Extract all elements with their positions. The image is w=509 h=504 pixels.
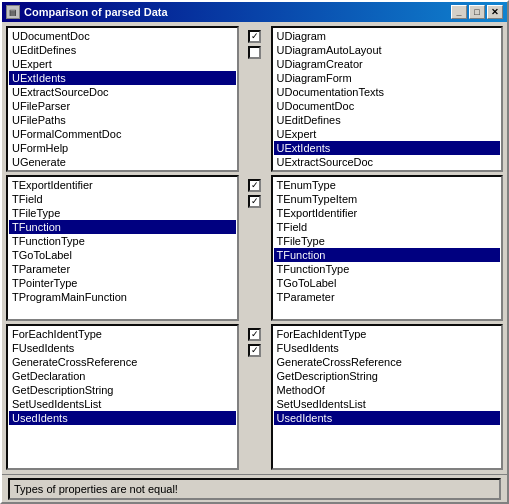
list-item[interactable]: TPointerType	[9, 276, 236, 290]
bottom-checkbox-2[interactable]	[248, 344, 261, 357]
middle-middle-col	[241, 175, 269, 321]
top-right-list[interactable]: UConditionalParserUCreateDiagramUDiagram…	[271, 26, 504, 172]
list-item[interactable]: TFileType	[9, 206, 236, 220]
list-item[interactable]: UFilePaths	[9, 113, 236, 127]
list-item[interactable]: TProgramMainFunction	[9, 290, 236, 304]
list-item[interactable]: UDiagram	[274, 29, 501, 43]
list-item[interactable]: TFunctionType	[9, 234, 236, 248]
title-bar: ▤ Comparison of parsed Data _ □ ✕	[2, 2, 507, 22]
top-checkbox-1-wrapper	[248, 30, 261, 43]
window-icon: ▤	[6, 5, 20, 19]
top-left-list[interactable]: UDocumentDocUEditDefinesUExpertUExtIdent…	[6, 26, 239, 172]
status-bar: Types of properties are not equal!	[2, 474, 507, 502]
list-item[interactable]: FUsedIdents	[274, 341, 501, 355]
list-item[interactable]: TEnumType	[274, 178, 501, 192]
bottom-right-list[interactable]: ForEachIdentTypeFUsedIdentsGenerateCross…	[271, 324, 504, 470]
list-item[interactable]: MethodOf	[274, 383, 501, 397]
middle-left-list[interactable]: TExportIdentifierTFieldTFileTypeTFunctio…	[6, 175, 239, 321]
list-item[interactable]: TParameter	[9, 262, 236, 276]
list-item[interactable]: TParameter	[274, 290, 501, 304]
list-item[interactable]: TField	[9, 192, 236, 206]
list-item[interactable]: TEnumTypeItem	[274, 192, 501, 206]
window-title: Comparison of parsed Data	[24, 6, 168, 18]
middle-checkbox-2-wrapper	[248, 195, 261, 208]
list-item[interactable]: UEditDefines	[9, 43, 236, 57]
maximize-button[interactable]: □	[469, 5, 485, 19]
content-area: UDocumentDocUEditDefinesUExpertUExtIdent…	[2, 22, 507, 474]
list-item[interactable]: UExpert	[9, 57, 236, 71]
bottom-section: ForEachIdentTypeFUsedIdentsGenerateCross…	[6, 324, 503, 470]
title-bar-left: ▤ Comparison of parsed Data	[6, 5, 168, 19]
list-item[interactable]: UGenerationMessages	[9, 169, 236, 172]
list-item[interactable]: UGenerate	[9, 155, 236, 169]
status-message: Types of properties are not equal!	[14, 483, 178, 495]
list-item[interactable]: UFormHelp	[9, 141, 236, 155]
middle-checkbox-1[interactable]	[248, 179, 261, 192]
list-item[interactable]: FUsedIdents	[9, 341, 236, 355]
minimize-button[interactable]: _	[451, 5, 467, 19]
list-item[interactable]: TFunctionType	[274, 262, 501, 276]
list-item[interactable]: GetDescriptionString	[9, 383, 236, 397]
list-item[interactable]: TFunction	[274, 248, 501, 262]
top-checkbox-2[interactable]	[248, 46, 261, 59]
bottom-checkbox-2-wrapper	[248, 344, 261, 357]
list-item[interactable]: UExtractSourceDoc	[9, 85, 236, 99]
list-item[interactable]: TField	[274, 220, 501, 234]
list-item[interactable]: UDiagramForm	[274, 71, 501, 85]
list-item[interactable]: TExportIdentifier	[9, 178, 236, 192]
list-item[interactable]: ForEachIdentType	[9, 327, 236, 341]
list-item[interactable]: UsedIdents	[274, 411, 501, 425]
middle-checkbox-1-wrapper	[248, 179, 261, 192]
list-item[interactable]: TFileType	[274, 234, 501, 248]
list-item[interactable]: SetUsedIdentsList	[274, 397, 501, 411]
bottom-left-list[interactable]: ForEachIdentTypeFUsedIdentsGenerateCross…	[6, 324, 239, 470]
list-item[interactable]: ForEachIdentType	[274, 327, 501, 341]
list-item[interactable]: UDocumentDoc	[274, 99, 501, 113]
top-middle-col	[241, 26, 269, 172]
middle-right-list[interactable]: TEnumTypeTEnumTypeItemTExportIdentifierT…	[271, 175, 504, 321]
middle-section: TExportIdentifierTFieldTFileTypeTFunctio…	[6, 175, 503, 321]
top-section: UDocumentDocUEditDefinesUExpertUExtIdent…	[6, 26, 503, 172]
list-item[interactable]: TGoToLabel	[274, 276, 501, 290]
bottom-checkbox-1-wrapper	[248, 328, 261, 341]
list-item[interactable]: TGoToLabel	[9, 248, 236, 262]
list-item[interactable]: GenerateCrossReference	[9, 355, 236, 369]
top-checkbox-2-wrapper	[248, 46, 261, 59]
list-item[interactable]: UsedIdents	[9, 411, 236, 425]
middle-checkbox-2[interactable]	[248, 195, 261, 208]
status-panel: Types of properties are not equal!	[8, 478, 501, 500]
list-item[interactable]: GenerateCrossReference	[274, 355, 501, 369]
main-window: ▤ Comparison of parsed Data _ □ ✕ UDocum…	[0, 0, 509, 504]
list-item[interactable]: UExtIdents	[274, 141, 501, 155]
list-item[interactable]: UDiagramAutoLayout	[274, 43, 501, 57]
top-checkbox-1[interactable]	[248, 30, 261, 43]
list-item[interactable]: UDiagramCreator	[274, 57, 501, 71]
list-item[interactable]: GetDeclaration	[9, 369, 236, 383]
close-button[interactable]: ✕	[487, 5, 503, 19]
list-item[interactable]: UFileParser	[9, 99, 236, 113]
list-item[interactable]: UDocumentationTexts	[274, 85, 501, 99]
list-item[interactable]: TFunction	[9, 220, 236, 234]
list-item[interactable]: UExtIdents	[9, 71, 236, 85]
bottom-checkbox-1[interactable]	[248, 328, 261, 341]
list-item[interactable]: UExpert	[274, 127, 501, 141]
list-item[interactable]: SetUsedIdentsList	[9, 397, 236, 411]
list-item[interactable]: UEditDefines	[274, 113, 501, 127]
list-item[interactable]: UExtractSourceDoc	[274, 155, 501, 169]
list-item[interactable]: UFormalCommentDoc	[9, 127, 236, 141]
list-item[interactable]: UDocumentDoc	[9, 29, 236, 43]
list-item[interactable]: TExportIdentifier	[274, 206, 501, 220]
bottom-middle-col	[241, 324, 269, 470]
list-item[interactable]: GetDescriptionString	[274, 369, 501, 383]
title-buttons: _ □ ✕	[451, 5, 503, 19]
